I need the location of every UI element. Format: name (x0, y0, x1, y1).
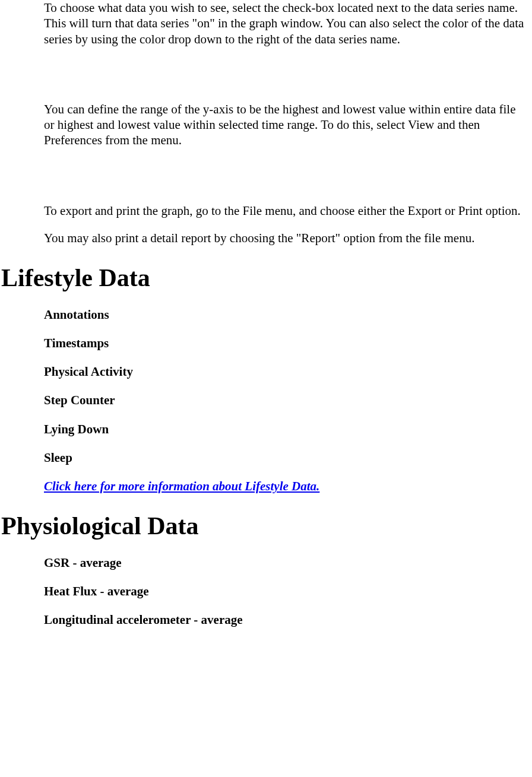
lifestyle-item: Lying Down (44, 421, 528, 437)
physio-item: Heat Flux - average (44, 583, 528, 599)
intro-paragraph-3: To export and print the graph, go to the… (44, 203, 528, 218)
physio-item: GSR - average (44, 555, 528, 570)
lifestyle-more-info-link[interactable]: Click here for more information about Li… (44, 479, 319, 493)
lifestyle-item: Physical Activity (44, 364, 528, 379)
physio-heading: Physiological Data (1, 510, 532, 542)
lifestyle-item: Annotations (44, 307, 528, 322)
intro-paragraph-1: To choose what data you wish to see, sel… (44, 0, 528, 47)
intro-paragraph-4: You may also print a detail report by ch… (44, 230, 528, 246)
lifestyle-item: Sleep (44, 450, 528, 465)
lifestyle-heading: Lifestyle Data (1, 262, 532, 294)
lifestyle-item: Step Counter (44, 392, 528, 408)
lifestyle-item: Timestamps (44, 335, 528, 351)
intro-paragraph-2: You can define the range of the y-axis t… (44, 102, 528, 148)
physio-item: Longitudinal accelerometer - average (44, 612, 528, 627)
